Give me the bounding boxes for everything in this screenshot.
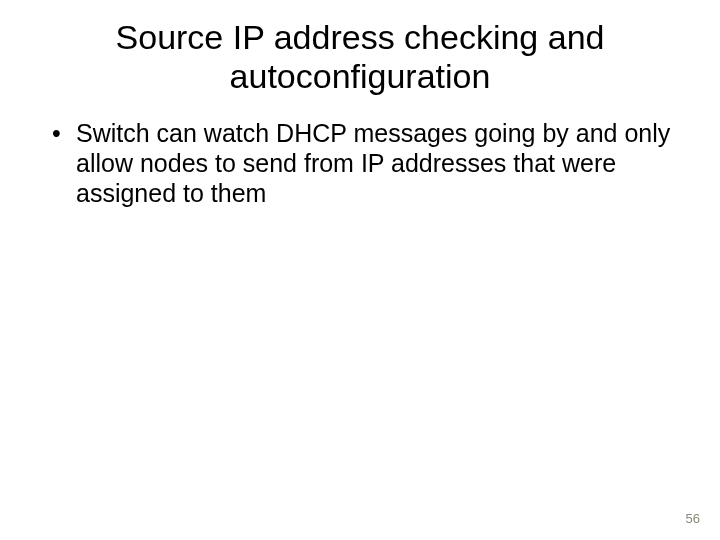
slide-body: Switch can watch DHCP messages going by …	[0, 96, 720, 208]
page-number: 56	[686, 511, 700, 526]
slide-title: Source IP address checking and autoconfi…	[0, 0, 720, 96]
list-item: Switch can watch DHCP messages going by …	[48, 118, 672, 208]
slide: Source IP address checking and autoconfi…	[0, 0, 720, 540]
bullet-list: Switch can watch DHCP messages going by …	[48, 118, 672, 208]
bullet-text: Switch can watch DHCP messages going by …	[76, 119, 670, 207]
